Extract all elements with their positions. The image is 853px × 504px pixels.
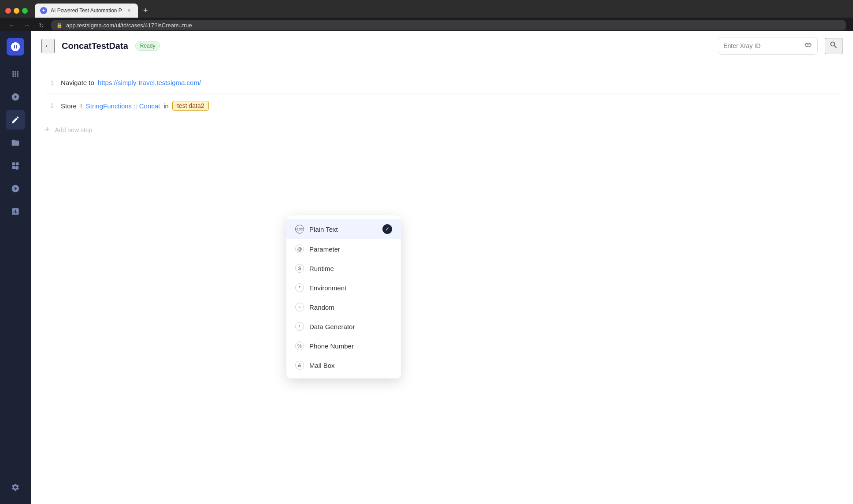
plain-text-check: ✓ — [382, 224, 392, 234]
table-row: 1 Navigate to https://simply-travel.test… — [45, 72, 839, 94]
dropdown-item-environment[interactable]: * Environment — [286, 278, 401, 297]
step-number-2: 2 — [45, 102, 54, 109]
step-exclaim-icon: ! — [80, 102, 82, 110]
steps-area: 1 Navigate to https://simply-travel.test… — [31, 61, 853, 504]
step-navigate-url[interactable]: https://simply-travel.testsigma.com/ — [98, 79, 201, 86]
data-generator-icon: ! — [295, 322, 304, 331]
dropdown-item-phone-number[interactable]: % Phone Number — [286, 336, 401, 356]
step-function-link[interactable]: StringFunctions :: Concat — [86, 102, 160, 110]
browser-tab[interactable]: ✦ AI Powered Test Automation P × — [35, 4, 138, 18]
status-badge: Ready — [135, 41, 160, 51]
browser-tabs: ✦ AI Powered Test Automation P × + — [0, 0, 853, 18]
sidebar — [0, 31, 31, 504]
add-step-row[interactable]: + Add new step — [45, 118, 839, 141]
dropdown-item-mail-box[interactable]: & Mail Box — [286, 356, 401, 375]
plain-text-label: Plain Text — [309, 226, 338, 233]
sidebar-item-apps[interactable] — [6, 64, 25, 84]
browser-chrome: ✦ AI Powered Test Automation P × + ← → ↻… — [0, 0, 853, 31]
dropdown-item-plain-text[interactable]: abc Plain Text ✓ — [286, 219, 401, 239]
table-row: 2 Store ! StringFunctions :: Concat in t… — [45, 94, 839, 118]
phone-number-label: Phone Number — [309, 342, 354, 350]
dropdown-item-data-generator[interactable]: ! Data Generator — [286, 317, 401, 336]
random-label: Random — [309, 304, 334, 311]
step-navigate-keyword: Navigate to — [61, 79, 94, 86]
step-in-keyword: in — [163, 102, 169, 110]
sidebar-item-apps2[interactable] — [6, 156, 25, 175]
lock-icon: 🔒 — [56, 22, 63, 28]
sidebar-item-run[interactable] — [6, 179, 25, 198]
step-test-data-badge[interactable]: test data2 — [172, 101, 209, 111]
traffic-lights — [5, 8, 28, 14]
search-button[interactable] — [825, 38, 842, 54]
tab-title: AI Powered Test Automation P — [51, 7, 122, 14]
mail-box-label: Mail Box — [309, 362, 335, 369]
environment-label: Environment — [309, 284, 346, 292]
add-step-plus-icon: + — [45, 125, 50, 134]
back-nav-button[interactable]: ← — [7, 21, 17, 30]
add-step-label: Add new step — [55, 126, 93, 133]
sidebar-item-files[interactable] — [6, 133, 25, 152]
refresh-nav-button[interactable]: ↻ — [37, 21, 46, 30]
header: ← ConcatTestData Ready — [31, 31, 853, 61]
sidebar-item-settings[interactable] — [6, 478, 25, 497]
mail-box-icon: & — [295, 361, 304, 370]
sidebar-item-dashboard[interactable] — [6, 87, 25, 107]
tab-close-button[interactable]: × — [126, 7, 133, 14]
parameter-icon: @ — [295, 245, 304, 253]
xray-id-input[interactable] — [723, 42, 801, 49]
random-icon: ~ — [295, 303, 304, 311]
plain-text-icon: abc — [295, 225, 304, 233]
new-tab-button[interactable]: + — [140, 4, 152, 17]
maximize-traffic-light[interactable] — [22, 8, 28, 14]
sidebar-item-edit[interactable] — [6, 110, 25, 130]
forward-nav-button[interactable]: → — [22, 21, 32, 30]
step-content-1: Navigate to https://simply-travel.testsi… — [61, 79, 201, 86]
step-number-1: 1 — [45, 79, 54, 86]
app-container: ← ConcatTestData Ready 1 Navigate to h — [0, 31, 853, 504]
dropdown-item-runtime[interactable]: $ Runtime — [286, 259, 401, 278]
sidebar-item-reports[interactable] — [6, 202, 25, 221]
link-icon — [804, 41, 812, 51]
parameter-label: Parameter — [309, 245, 340, 253]
dropdown-item-random[interactable]: ~ Random — [286, 297, 401, 317]
page-title: ConcatTestData — [62, 41, 128, 51]
dropdown-menu: abc Plain Text ✓ @ Parameter $ Runtime *… — [286, 215, 401, 378]
back-button[interactable]: ← — [41, 39, 55, 53]
xray-id-input-container[interactable] — [718, 37, 818, 55]
runtime-icon: $ — [295, 264, 304, 273]
step-content-2: Store ! StringFunctions :: Concat in tes… — [61, 101, 209, 111]
environment-icon: * — [295, 283, 304, 292]
logo-icon — [10, 41, 21, 52]
url-text: app.testsigma.com/ui/td/cases/417?isCrea… — [66, 22, 192, 29]
close-traffic-light[interactable] — [5, 8, 11, 14]
step-store-keyword: Store — [61, 102, 77, 110]
data-generator-label: Data Generator — [309, 323, 355, 330]
tab-favicon: ✦ — [40, 7, 47, 14]
dropdown-item-parameter[interactable]: @ Parameter — [286, 239, 401, 259]
phone-number-icon: % — [295, 341, 304, 350]
runtime-label: Runtime — [309, 265, 334, 272]
url-bar[interactable]: 🔒 app.testsigma.com/ui/td/cases/417?isCr… — [51, 20, 846, 30]
sidebar-logo[interactable] — [7, 38, 24, 56]
main-content: ← ConcatTestData Ready 1 Navigate to h — [31, 31, 853, 504]
minimize-traffic-light[interactable] — [14, 8, 19, 14]
